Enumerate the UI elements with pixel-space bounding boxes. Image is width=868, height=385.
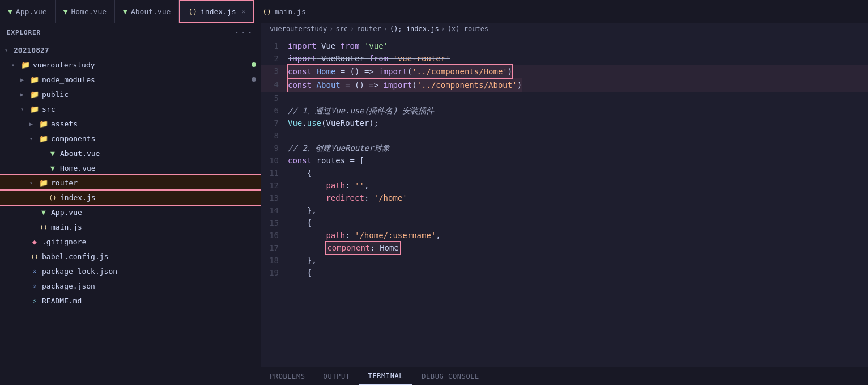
bottom-panel: PROBLEMS OUTPUT TERMINAL DEBUG CONSOLE	[261, 367, 868, 385]
vue-icon: ▼	[8, 7, 12, 16]
sidebar-item-label: public	[42, 90, 69, 99]
code-line-9: 9 // 2、创建VueRouter对象	[261, 142, 868, 154]
sidebar-item-package-lock[interactable]: ▶ ⊙ package-lock.json	[0, 264, 261, 278]
chevron-down-icon: ▾	[29, 180, 37, 186]
code-line-19: 19 {	[261, 266, 868, 279]
sidebar-item-gitignore[interactable]: ▶ ◆ .gitignore	[0, 234, 261, 249]
sidebar-title: Explorer	[7, 29, 41, 36]
sidebar-item-app-vue[interactable]: ▶ ▼ App.vue	[0, 205, 261, 219]
folder-icon: 📁	[29, 90, 40, 99]
folder-icon: 📁	[29, 105, 40, 113]
sidebar-header: Explorer ···	[0, 23, 261, 43]
sidebar-item-label: package-lock.json	[42, 267, 117, 276]
folder-icon: 📁	[39, 134, 49, 143]
close-icon[interactable]: ✕	[242, 8, 246, 15]
code-line-12: 12 path: '',	[261, 179, 868, 192]
vue-icon: ▼	[48, 149, 58, 158]
workspace-label: 20210827	[14, 46, 49, 54]
code-line-14: 14 },	[261, 204, 868, 217]
tab-about-vue[interactable]: ▼ About.vue	[115, 0, 179, 23]
sidebar-item-components[interactable]: ▾ 📁 components	[0, 131, 261, 146]
json-icon: ⊙	[29, 282, 40, 290]
js-icon: ()	[188, 7, 197, 16]
status-dot	[252, 62, 256, 67]
chevron-right-icon: ▶	[20, 91, 28, 98]
breadcrumb-part: (); index.js	[390, 25, 439, 33]
sidebar-item-router[interactable]: ▾ 📁 router	[0, 175, 261, 190]
code-line-18: 18 },	[261, 254, 868, 266]
sidebar-item-main-js[interactable]: ▶ () main.js	[0, 219, 261, 234]
panel-tab-debug-console[interactable]: DEBUG CONSOLE	[412, 367, 488, 386]
sidebar-item-workspace[interactable]: ▾ 20210827	[0, 43, 261, 57]
folder-icon: 📁	[39, 120, 49, 128]
code-line-2: 2 import VueRouter from 'vue-router'	[261, 52, 868, 65]
breadcrumb-sep: ›	[329, 25, 333, 33]
main-layout: Explorer ··· ▾ 20210827 ▾ 📁 vuerouterstu…	[0, 23, 868, 385]
sidebar-item-label: src	[42, 105, 55, 113]
tab-app-vue[interactable]: ▼ App.vue	[0, 0, 56, 23]
sidebar-item-node-modules[interactable]: ▶ 📁 node_modules	[0, 72, 261, 87]
sidebar-item-babel-config[interactable]: ▶ () babel.config.js	[0, 249, 261, 264]
tab-label: App.vue	[16, 7, 47, 16]
code-line-4: 4 const About = () => import('../compone…	[261, 78, 868, 92]
sidebar-item-label: main.js	[51, 223, 82, 231]
panel-tab-label: PROBLEMS	[270, 373, 305, 380]
sidebar-item-package-json[interactable]: ▶ ⊙ package.json	[0, 278, 261, 293]
panel-tab-label: DEBUG CONSOLE	[422, 373, 479, 380]
sidebar-item-label: babel.config.js	[42, 252, 108, 261]
tab-home-vue[interactable]: ▼ Home.vue	[56, 0, 115, 23]
sidebar-item-label: components	[51, 134, 95, 143]
folder-icon: 📁	[29, 75, 40, 84]
sidebar-item-vuerouterstudy[interactable]: ▾ 📁 vuerouterstudy	[0, 57, 261, 72]
panel-tab-problems[interactable]: PROBLEMS	[261, 367, 314, 386]
sidebar-item-home-vue[interactable]: ▶ ▼ Home.vue	[0, 160, 261, 175]
code-line-5: 5	[261, 92, 868, 104]
sidebar-item-label: package.json	[42, 282, 95, 290]
sidebar-item-assets[interactable]: ▶ 📁 assets	[0, 116, 261, 131]
sidebar-item-label: router	[51, 179, 78, 187]
code-line-15: 15 {	[261, 217, 868, 229]
tab-label: Home.vue	[71, 7, 107, 16]
chevron-down-icon: ▾	[11, 62, 19, 68]
md-icon: ⚡	[29, 297, 40, 305]
vue-icon: ▼	[48, 164, 58, 172]
breadcrumb-part: router	[356, 25, 381, 33]
sidebar-item-index-js[interactable]: ▶ () index.js	[0, 190, 261, 205]
chevron-right-icon: ▶	[20, 77, 28, 83]
tab-label: About.vue	[131, 7, 171, 16]
sidebar-item-label: assets	[51, 120, 78, 128]
panel-tab-output[interactable]: OUTPUT	[314, 367, 359, 386]
breadcrumb-sep: ›	[384, 25, 388, 33]
sidebar: Explorer ··· ▾ 20210827 ▾ 📁 vuerouterstu…	[0, 23, 261, 385]
code-editor[interactable]: 1 import Vue from 'vue' 2 import VueRout…	[261, 35, 868, 367]
breadcrumb-part: vuerouterstudy	[270, 25, 327, 33]
sidebar-menu-icon[interactable]: ···	[234, 27, 254, 38]
tab-main-js[interactable]: () main.js	[254, 0, 314, 23]
panel-tab-label: OUTPUT	[324, 373, 350, 380]
chevron-down-icon: ▾	[20, 106, 28, 112]
panel-tab-terminal[interactable]: TERMINAL	[359, 367, 413, 386]
sidebar-item-public[interactable]: ▶ 📁 public	[0, 87, 261, 101]
sidebar-item-src[interactable]: ▾ 📁 src	[0, 101, 261, 116]
vue-icon: ▼	[39, 208, 49, 217]
git-icon: ◆	[29, 238, 40, 246]
code-line-6: 6 // 1、通过Vue.use(插件名) 安装插件	[261, 104, 868, 117]
code-line-3: 3 const Home = () => import('../componen…	[261, 65, 868, 78]
sidebar-item-readme[interactable]: ▶ ⚡ README.md	[0, 293, 261, 308]
status-dot	[252, 77, 256, 82]
sidebar-item-label: .gitignore	[42, 238, 86, 246]
chevron-right-icon: ▶	[29, 121, 37, 127]
sidebar-item-label: README.md	[42, 297, 82, 305]
breadcrumb-part: (x) routes	[448, 25, 488, 33]
breadcrumb: vuerouterstudy › src › router › (); inde…	[261, 23, 868, 35]
tab-bar: ▼ App.vue ▼ Home.vue ▼ About.vue () inde…	[0, 0, 868, 23]
vue-icon: ▼	[123, 7, 127, 16]
sidebar-item-label: About.vue	[60, 149, 100, 158]
code-line-13: 13 redirect: '/home'	[261, 192, 868, 204]
sidebar-item-about-vue[interactable]: ▶ ▼ About.vue	[0, 146, 261, 160]
sidebar-item-label: App.vue	[51, 208, 82, 217]
js-icon: ()	[29, 253, 40, 260]
tab-index-js[interactable]: () index.js ✕	[179, 0, 254, 23]
code-line-1: 1 import Vue from 'vue'	[261, 40, 868, 52]
tab-label: main.js	[275, 7, 306, 16]
